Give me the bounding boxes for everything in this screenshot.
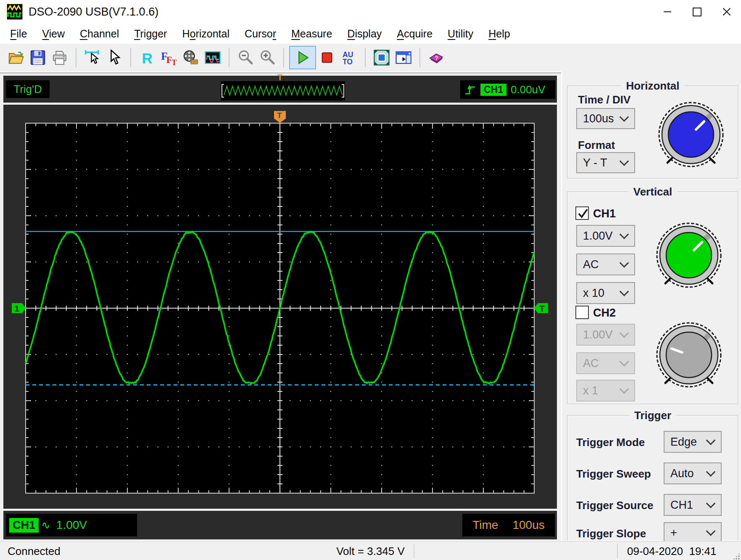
ch1-probe-select[interactable]: x 10 (576, 282, 635, 304)
cursor-measure-icon (84, 49, 101, 66)
ch1-enable-checkbox[interactable] (575, 206, 589, 220)
maximize-button[interactable] (682, 0, 712, 24)
ch2-coupling-select: AC (576, 352, 635, 374)
fft-icon: FFT (161, 49, 177, 66)
trigger-readout: CH1 0.00uV (460, 80, 555, 99)
ch1-position-knob[interactable] (654, 220, 724, 290)
chevron-down-icon (706, 467, 716, 477)
volts-per-div-value: 1.00V (56, 518, 87, 532)
horizontal-position-knob[interactable] (656, 100, 726, 169)
folder-icon (8, 49, 24, 66)
title-bar: DSO-2090 USB(V7.1.0.6) (0, 0, 741, 24)
chevron-down-icon (706, 436, 716, 445)
trigger-source-badge: CH1 (480, 84, 506, 96)
window-title: DSO-2090 USB(V7.1.0.6) (29, 5, 158, 18)
svg-text:R: R (142, 50, 153, 66)
app-icon (7, 4, 23, 20)
print-button[interactable] (49, 47, 71, 69)
menu-item-horizontal[interactable]: Horizontal (174, 26, 237, 42)
trigger-status-text: Trig'D (13, 83, 42, 96)
trigger-group: Trigger Trigger Mode Edge Trigger Sweep … (567, 415, 738, 540)
stop-acquisition-button[interactable] (316, 47, 338, 69)
control-panel: Horizontal Time / DIV 100us Format Y - T… (561, 71, 741, 541)
menu-item-file[interactable]: File (3, 26, 34, 42)
help-book-button[interactable]: ? (425, 47, 447, 69)
chevron-down-icon (620, 156, 629, 166)
trigger-mode-select[interactable]: Edge (664, 431, 722, 453)
trigger-slope-select[interactable]: + (664, 522, 722, 543)
panel-layout-button[interactable] (393, 47, 414, 69)
chevron-down-icon (620, 357, 629, 367)
chevron-down-icon (620, 258, 629, 268)
menu-item-trigger[interactable]: Trigger (127, 26, 174, 42)
full-screen-button[interactable] (371, 47, 393, 69)
trigger-sweep-select[interactable]: Auto (664, 462, 722, 484)
cursor-measure-button[interactable] (82, 47, 103, 69)
refresh-r-button[interactable]: R (136, 47, 158, 69)
menu-item-view[interactable]: View (34, 26, 72, 42)
menu-item-cursor[interactable]: Cursor (237, 26, 284, 42)
ch2-enable-checkbox[interactable] (575, 306, 589, 319)
channel-badge: CH1 (9, 518, 39, 533)
vertical-group: Vertical CH1 1.00V AC x 10 CH2 1.00V AC … (567, 191, 738, 404)
ch2-label: CH2 (593, 306, 616, 320)
ch2-position-knob[interactable] (654, 320, 724, 390)
svg-text:1: 1 (14, 304, 19, 313)
svg-text:?: ? (435, 55, 438, 61)
close-button[interactable] (712, 0, 741, 24)
checkmark-icon (575, 206, 591, 221)
toolbar-separator (229, 48, 229, 67)
zoom-out-button[interactable] (235, 47, 256, 69)
menu-item-measure[interactable]: Measure (284, 26, 340, 42)
timebase-value: 100us (512, 518, 544, 532)
scope-display[interactable]: 1 T T (3, 105, 557, 509)
auto-set-button[interactable]: AUTO (338, 47, 360, 69)
book-icon: ? (428, 49, 445, 66)
edge-trigger-icon (464, 83, 476, 96)
trigger-source-label: Trigger Source (576, 499, 654, 512)
ch1-volts-select[interactable]: 1.00V (576, 225, 635, 247)
timebase-select[interactable]: 100us (576, 108, 635, 129)
toolbar: RFFTAUTO? (0, 44, 741, 72)
preview-left-bracket[interactable] (222, 85, 224, 97)
ch1-label: CH1 (593, 207, 616, 220)
statusbar-separator (414, 544, 414, 558)
fft-button[interactable]: FFT (158, 47, 180, 69)
time-div-label: Time / DIV (578, 93, 630, 106)
statusbar-separator (617, 544, 618, 558)
horizontal-group-title: Horizontal (621, 79, 684, 92)
minimize-button[interactable] (653, 0, 682, 24)
trigger-source-select[interactable]: CH1 (664, 494, 722, 516)
menu-item-channel[interactable]: Channel (72, 26, 127, 42)
timebase-label: Time (472, 518, 498, 532)
chevron-down-icon (706, 499, 716, 508)
datetime: 09-04-2020 19:41 (627, 545, 717, 558)
preview-right-bracket[interactable] (342, 85, 344, 97)
coupling-wave-icon: ∿ (41, 519, 50, 531)
open-file-button[interactable] (5, 47, 27, 69)
menu-item-utility[interactable]: Utility (440, 26, 481, 42)
record-sequence-button[interactable] (180, 47, 202, 69)
timebase-info-box: Time 100us (462, 514, 555, 536)
start-acquisition-button[interactable] (289, 46, 316, 69)
pointer-button[interactable] (103, 47, 125, 69)
svg-text:TO: TO (343, 58, 353, 66)
menu-item-help[interactable]: Help (481, 26, 517, 42)
chevron-down-icon (620, 287, 629, 296)
maximize-icon (693, 8, 701, 16)
format-select[interactable]: Y - T (576, 152, 635, 173)
record-preview[interactable] (221, 81, 345, 100)
trigger-status-box: Trig'D (6, 80, 50, 98)
menu-item-display[interactable]: Display (340, 26, 389, 42)
toolbar-separator (130, 48, 131, 67)
layout-icon (395, 49, 412, 66)
save-button[interactable] (27, 47, 49, 69)
film-icon (182, 49, 199, 66)
waveform-icon (204, 49, 221, 66)
ch2-volts-select: 1.00V (576, 324, 635, 346)
scope-info-strip: CH1 ∿ 1.00V Time 100us (3, 511, 557, 539)
menu-item-acquire[interactable]: Acquire (389, 26, 440, 42)
ch1-coupling-select[interactable]: AC (576, 254, 635, 275)
zoom-in-button[interactable] (256, 47, 278, 69)
waveform-window-button[interactable] (202, 47, 224, 69)
